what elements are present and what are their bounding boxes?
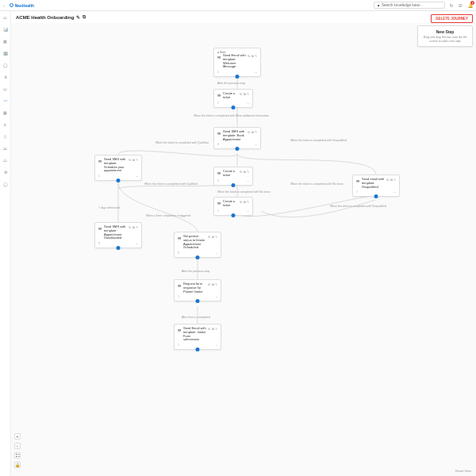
- sidebar-chart-icon[interactable]: 📊: [2, 26, 9, 33]
- sidebar: ▭ 📊 ▦ 🏢 ◯ ⋔ ▭ 〰 ▦ ≡ ▯ ⫘ ▭ ⚙ ◯: [0, 11, 11, 476]
- node-handle[interactable]: [117, 246, 121, 250]
- canvas-area[interactable]: ACME Health Onboarding ✎ ⧉ DELETE JOURNE…: [11, 11, 476, 476]
- node-edit-icon[interactable]: ✎: [136, 158, 138, 162]
- zoom-controls: + − ⛶ 🔒: [14, 433, 21, 468]
- sidebar-gear-icon[interactable]: ⚙: [2, 169, 9, 175]
- flow-node[interactable]: ✉Set patient status to Intake Appointmen…: [174, 232, 221, 258]
- node-title: Send Email with template: Welcome Messag…: [223, 54, 246, 69]
- node-chevron-icon[interactable]: ⌄: [215, 251, 217, 255]
- node-handle[interactable]: [232, 213, 236, 217]
- node-chevron-icon[interactable]: ⌄: [247, 102, 249, 105]
- zoom-lock-button[interactable]: 🔒: [14, 462, 21, 468]
- node-edit-icon[interactable]: ✎: [136, 225, 138, 229]
- breadcrumb-back[interactable]: ›: [3, 3, 5, 8]
- node-handle[interactable]: [196, 347, 200, 351]
- node-refresh-icon[interactable]: ↻: [208, 235, 210, 239]
- node-refresh-icon[interactable]: ↻: [129, 158, 131, 162]
- node-refresh-icon[interactable]: ↻: [386, 178, 389, 182]
- search-input[interactable]: [382, 3, 442, 7]
- node-copy-icon[interactable]: ⧉: [212, 282, 214, 286]
- node-copy-icon[interactable]: ⧉: [251, 54, 254, 58]
- node-chevron-icon[interactable]: ⌄: [215, 344, 217, 347]
- node-edit-icon[interactable]: ✎: [215, 235, 217, 239]
- zoom-in-button[interactable]: +: [14, 433, 21, 440]
- sidebar-grid-icon[interactable]: ▦: [2, 109, 9, 116]
- node-refresh-icon[interactable]: ↻: [240, 200, 242, 204]
- flow-node[interactable]: ✉Create a ticket↻⧉✎1⌄: [213, 197, 253, 216]
- node-refresh-icon[interactable]: ↻: [248, 130, 250, 134]
- sidebar-calendar-icon[interactable]: ▦: [2, 38, 9, 44]
- sidebar-doc-icon[interactable]: ▯: [2, 133, 9, 140]
- node-refresh-icon[interactable]: ↻: [208, 327, 210, 331]
- node-copy-icon[interactable]: ⧉: [390, 178, 393, 182]
- sidebar-card-icon[interactable]: ▭: [2, 86, 9, 92]
- flow-node[interactable]: ✉Create a ticket↻⧉✎1⌄: [213, 167, 253, 186]
- history-icon[interactable]: ↻: [448, 2, 454, 8]
- sidebar-home-icon[interactable]: ▭: [2, 14, 9, 21]
- flow-node[interactable]: ✉Send email with template: Disqualified↻…: [352, 175, 400, 197]
- node-handle[interactable]: [196, 255, 200, 259]
- node-handle[interactable]: [232, 106, 236, 109]
- edit-icon[interactable]: ✎: [76, 14, 80, 20]
- bell-icon[interactable]: 🔔3: [467, 2, 473, 8]
- node-copy-icon[interactable]: ⧉: [132, 225, 135, 229]
- flow-node[interactable]: ✉Send SMS with template: Appointment Dow…: [94, 222, 142, 248]
- flow-node[interactable]: ● Start✉Send Email with template: Welcom…: [213, 48, 261, 77]
- node-edit-icon[interactable]: ✎: [247, 170, 249, 174]
- node-edit-icon[interactable]: ✎: [255, 54, 257, 58]
- node-chevron-icon[interactable]: ⌄: [247, 209, 249, 213]
- sidebar-share-icon[interactable]: ⫘: [2, 145, 9, 152]
- node-copy-icon[interactable]: ⧉: [251, 130, 254, 134]
- node-chevron-icon[interactable]: ⌄: [255, 71, 257, 74]
- flow-node[interactable]: ✉Send Email with template: Intake Form s…: [174, 324, 221, 350]
- node-edit-icon[interactable]: ✎: [393, 178, 396, 182]
- node-refresh-icon[interactable]: ↻: [240, 92, 242, 96]
- sidebar-building-icon[interactable]: 🏢: [2, 50, 9, 56]
- node-copy-icon[interactable]: ⧉: [212, 235, 214, 239]
- node-edit-icon[interactable]: ✎: [215, 282, 217, 286]
- node-edit-icon[interactable]: ✎: [215, 327, 217, 331]
- node-chevron-icon[interactable]: ⌄: [393, 190, 396, 194]
- sidebar-user-icon[interactable]: ◯: [2, 62, 9, 68]
- reset-view-link[interactable]: Reset View: [455, 469, 471, 473]
- node-handle[interactable]: [117, 178, 121, 182]
- node-copy-icon[interactable]: ⧉: [212, 327, 214, 331]
- delete-journey-button[interactable]: DELETE JOURNEY: [431, 14, 473, 23]
- node-refresh-icon[interactable]: ↻: [248, 54, 250, 58]
- node-refresh-icon[interactable]: ↻: [240, 170, 242, 174]
- node-refresh-icon[interactable]: ↻: [129, 225, 131, 229]
- flow-node[interactable]: ✉Request form response for Patient Intak…: [174, 279, 221, 301]
- node-refresh-icon[interactable]: ↻: [208, 282, 210, 286]
- sidebar-browser-icon[interactable]: ▭: [2, 157, 9, 163]
- node-chevron-icon[interactable]: ⌄: [215, 295, 217, 298]
- node-chevron-icon[interactable]: ⌄: [136, 242, 138, 245]
- node-handle[interactable]: [374, 194, 378, 198]
- sidebar-journey-icon[interactable]: 〰: [2, 98, 9, 104]
- sidebar-link-icon[interactable]: ⋔: [2, 74, 9, 80]
- node-edit-icon[interactable]: ✎: [247, 200, 249, 204]
- node-copy-icon[interactable]: ⧉: [244, 200, 246, 204]
- node-chevron-icon[interactable]: ⌄: [247, 179, 249, 182]
- zoom-fit-button[interactable]: ⛶: [14, 452, 21, 459]
- flow-node[interactable]: ✉Create a ticket↻⧉✎1⌄: [213, 89, 253, 108]
- node-copy-icon[interactable]: ⧉: [244, 170, 246, 174]
- timer-icon[interactable]: ⏱: [458, 2, 463, 8]
- node-edit-icon[interactable]: ✎: [247, 92, 249, 96]
- flow-canvas[interactable]: ● Start✉Send Email with template: Welcom…: [11, 24, 476, 476]
- node-handle[interactable]: [232, 183, 236, 187]
- node-chevron-icon[interactable]: ⌄: [136, 175, 138, 178]
- node-copy-icon[interactable]: ⧉: [244, 92, 246, 96]
- search-box[interactable]: ✦: [374, 2, 445, 9]
- node-edit-icon[interactable]: ✎: [255, 130, 257, 134]
- node-handle[interactable]: [236, 147, 240, 151]
- node-chevron-icon[interactable]: ⌄: [255, 143, 257, 146]
- copy-icon[interactable]: ⧉: [83, 14, 86, 20]
- zoom-out-button[interactable]: −: [14, 443, 21, 449]
- sidebar-help-icon[interactable]: ◯: [2, 181, 9, 187]
- node-handle[interactable]: [196, 299, 200, 303]
- flow-node[interactable]: ✉Send SMS with template: Book Appointmen…: [213, 127, 261, 149]
- node-copy-icon[interactable]: ⧉: [132, 158, 135, 162]
- node-handle[interactable]: [236, 75, 240, 79]
- sidebar-list-icon[interactable]: ≡: [2, 121, 9, 128]
- flow-node[interactable]: ✉Send SMS with template: Schedule your a…: [94, 155, 142, 181]
